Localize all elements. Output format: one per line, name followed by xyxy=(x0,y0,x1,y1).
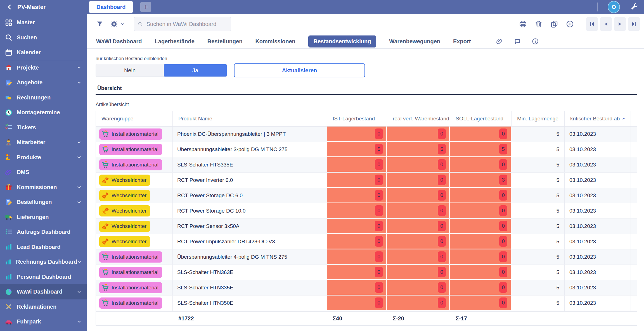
table-row[interactable]: WechselrichterRCT Power Sensor 3x50A0005… xyxy=(96,219,637,234)
toolbar xyxy=(87,14,644,34)
sidebar-item-mitarbeiter[interactable]: Mitarbeiter xyxy=(0,135,87,150)
stock-value-badge: 5 xyxy=(438,144,446,154)
min-lagermenge-cell: 5 xyxy=(512,249,565,265)
sidebar-item-auftrags-dashboard[interactable]: Auftrags Dashboard xyxy=(0,225,87,240)
stock-value-badge: 0 xyxy=(499,236,507,247)
gift-icon xyxy=(5,183,13,191)
sidebar-item-lead-dashboard[interactable]: Lead Dashboard xyxy=(0,240,87,255)
filter-icon[interactable] xyxy=(96,20,103,28)
table-row[interactable]: InstallationsmaterialÜberspannungsableit… xyxy=(96,249,637,265)
column-header-produkt-name[interactable]: Produkt Name xyxy=(173,111,327,126)
attachment-icon[interactable] xyxy=(496,38,503,45)
sidebar-item-personal-dashboard[interactable]: Personal Dashboard xyxy=(0,270,87,285)
table-row[interactable]: InstallationsmaterialSLS-Schalter HTS335… xyxy=(96,157,637,173)
barchart-icon xyxy=(5,258,12,266)
printer-icon[interactable] xyxy=(519,20,527,28)
previous-page-button[interactable] xyxy=(600,17,612,31)
next-page-button[interactable] xyxy=(614,17,626,31)
stock-value-badge: 0 xyxy=(375,159,383,170)
sidebar-item-rechnungs-dashboard[interactable]: Rechnungs Dashboard xyxy=(0,254,87,270)
tab-warenbewegungen[interactable]: Warenbewegungen xyxy=(389,38,440,45)
search-input[interactable] xyxy=(146,21,228,28)
table-row[interactable]: InstallationsmaterialSLS-Schalter HTN363… xyxy=(96,265,637,280)
copy-icon[interactable] xyxy=(550,20,558,28)
tab-bestandsentwicklung[interactable]: Bestandsentwicklung xyxy=(308,35,377,47)
cart-icon xyxy=(102,253,109,261)
topbar-separator xyxy=(597,3,598,11)
table-row[interactable]: InstallationsmaterialSLS-Schalter HTN335… xyxy=(96,280,637,296)
column-header-soll-lagerbestand[interactable]: SOLL-Lagerbestand xyxy=(450,111,512,126)
column-header-real-verf-warenbestand[interactable]: real verf. Warenbestand xyxy=(387,111,450,126)
sidebar-item-reklamationen[interactable]: Reklamationen xyxy=(0,299,87,315)
table-row[interactable]: WechselrichterRCT Power Storage DC 10.00… xyxy=(96,203,637,219)
product-name-cell: Überspannungsableiter 4-polig DG M TNS 2… xyxy=(173,249,327,265)
cart-icon xyxy=(102,284,109,291)
cart-icon xyxy=(102,299,109,307)
search-box xyxy=(134,17,231,31)
sidebar-item-master[interactable]: Master xyxy=(0,15,87,30)
sidebar-item-fuhrpark[interactable]: Fuhrpark xyxy=(0,314,87,329)
trash-icon[interactable] xyxy=(534,20,543,28)
sidebar-item-suchen[interactable]: Suchen xyxy=(0,30,87,45)
sidebar-item-bestellungen[interactable]: Bestellungen xyxy=(0,195,87,210)
product-name-cell: SLS-Schalter HTS335E xyxy=(173,157,327,172)
gear-icon[interactable] xyxy=(110,20,118,28)
sidebar-item-kalender[interactable]: Kalender xyxy=(0,45,87,60)
table-row[interactable]: InstallationsmaterialPhoenix DC-Überspan… xyxy=(96,127,637,142)
stock-value-badge: 0 xyxy=(438,221,446,231)
avatar[interactable]: O xyxy=(608,1,620,13)
info-icon[interactable] xyxy=(532,38,539,45)
table-row[interactable]: WechselrichterRCT Power Storage DC 6.000… xyxy=(96,188,637,203)
tab-bestellungen[interactable]: Bestellungen xyxy=(207,38,243,45)
toggle-option-nein[interactable]: Nein xyxy=(96,64,164,77)
column-header-kritischer-bestand-ab[interactable]: kritischer Bestand ab xyxy=(565,111,631,126)
warengruppe-label: Installationsmaterial xyxy=(112,300,158,306)
warengruppe-badge: Installationsmaterial xyxy=(99,159,162,170)
search-icon xyxy=(5,34,13,41)
column-header-min-lagermenge[interactable]: Min. Lagermenge xyxy=(512,111,565,126)
warengruppe-label: Wechselrichter xyxy=(112,177,146,183)
first-page-button[interactable] xyxy=(586,17,598,31)
chevron-left-icon[interactable] xyxy=(6,4,13,10)
column-header-warengruppe[interactable]: Warengruppe xyxy=(96,111,173,126)
soll-lagerbestand-cell: 5 xyxy=(450,142,512,157)
table-row[interactable]: WechselrichterRCT Power Impulszähler DRT… xyxy=(96,234,637,249)
toggle-option-ja[interactable]: Ja xyxy=(164,64,227,77)
ist-lagerbestand-cell: 0 xyxy=(327,173,387,188)
article-table: Warengruppe Produkt Name IST-Lagerbestan… xyxy=(96,111,637,326)
sidebar-item-label: Kalender xyxy=(17,49,82,56)
sidebar-item-projekte[interactable]: Projekte xyxy=(0,60,87,75)
kritischer-bestand-ab-cell: 03.10.2023 xyxy=(565,157,631,172)
new-tab-button[interactable]: + xyxy=(140,2,151,12)
tab-wawi-dashboard[interactable]: WaWi Dashboard xyxy=(96,38,142,45)
sidebar-item-rechnungen[interactable]: Rechnungen xyxy=(0,90,87,105)
sidebar-item-montagetermine[interactable]: Montagetermine xyxy=(0,105,87,120)
window-tab-dashboard[interactable]: Dashboard xyxy=(89,1,133,13)
sidebar-item-angebote[interactable]: Angebote xyxy=(0,75,87,90)
table-row[interactable]: InstallationsmaterialSLS-Schalter HTN350… xyxy=(96,296,637,311)
stock-value-badge: 0 xyxy=(375,190,383,201)
tab-lagerbestaende[interactable]: Lagerbestände xyxy=(155,38,195,45)
tab-kommissionen[interactable]: Kommissionen xyxy=(255,38,295,45)
ist-lagerbestand-cell: 0 xyxy=(327,265,387,280)
last-page-button[interactable] xyxy=(628,17,640,31)
tab-export[interactable]: Export xyxy=(453,38,471,45)
sidebar-item-tickets[interactable]: Tickets xyxy=(0,120,87,135)
sidebar-item-lieferungen[interactable]: Lieferungen xyxy=(0,210,87,225)
refresh-button[interactable]: Aktualisieren xyxy=(234,63,365,77)
sidebar-item-produkte[interactable]: Produkte xyxy=(0,150,87,165)
column-header-ist-lagerbestand[interactable]: IST-Lagerbestand xyxy=(327,111,387,126)
table-row[interactable]: WechselrichterRCT Power Inverter 6.00035… xyxy=(96,173,637,188)
plus-circle-icon[interactable] xyxy=(566,20,574,28)
chevron-down-icon[interactable] xyxy=(120,22,125,27)
cart-icon xyxy=(102,146,109,153)
empty-cell xyxy=(631,157,637,172)
wrench-icon[interactable] xyxy=(630,3,638,11)
tab-uebersicht[interactable]: Übersicht xyxy=(96,85,122,91)
sidebar-item-wawi-dashboard[interactable]: WaWi Dashboard xyxy=(0,284,87,299)
sidebar-item-dms[interactable]: DMS xyxy=(0,165,87,180)
sidebar-item-kommissionen[interactable]: Kommissionen xyxy=(0,180,87,195)
table-row[interactable]: InstallationsmaterialÜberspannungsableit… xyxy=(96,142,637,157)
stock-value-badge: 0 xyxy=(438,236,446,247)
comment-icon[interactable] xyxy=(514,38,521,45)
